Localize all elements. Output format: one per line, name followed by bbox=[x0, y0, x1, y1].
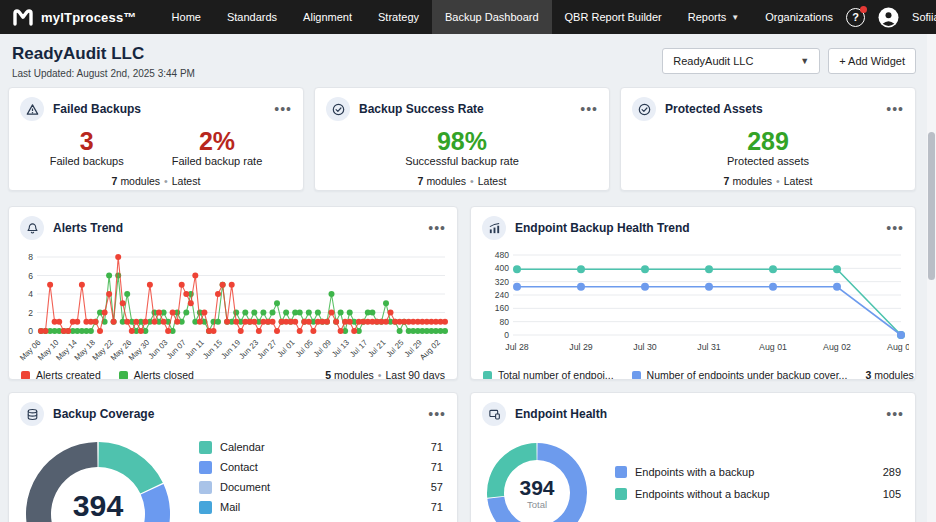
failed-backups-value: 3 bbox=[50, 128, 124, 154]
svg-text:Jun 07: Jun 07 bbox=[165, 338, 188, 361]
brand-m-icon bbox=[12, 8, 34, 26]
failed-backup-rate-value: 2% bbox=[172, 128, 263, 154]
protected-assets-value: 289 bbox=[727, 128, 809, 154]
app-logo[interactable]: myITprocess™ bbox=[12, 8, 137, 26]
chart-trend-icon bbox=[482, 216, 506, 240]
endpoint-backup-health-trend-card: Endpoint Backup Health Trend ••• 0801602… bbox=[470, 206, 916, 380]
legend-endpoints-with-backup[interactable]: Endpoints with a backup 289 bbox=[615, 461, 901, 483]
svg-text:2: 2 bbox=[28, 308, 33, 318]
card-menu-button[interactable]: ••• bbox=[580, 104, 598, 114]
alerts-legend: Alerts created Alerts closed 5 modules•L… bbox=[9, 365, 457, 380]
legend-total-endpoints[interactable]: Total number of endpoi... bbox=[483, 369, 614, 380]
coverage-legend-document[interactable]: Document57 bbox=[199, 477, 443, 497]
svg-text:394: 394 bbox=[519, 476, 554, 499]
notification-dot bbox=[860, 6, 867, 13]
svg-text:Jul 21: Jul 21 bbox=[366, 338, 387, 359]
nav-item-reports[interactable]: Reports▼ bbox=[675, 0, 752, 34]
svg-text:480: 480 bbox=[495, 250, 509, 260]
card-menu-button[interactable]: ••• bbox=[886, 223, 904, 233]
backup-coverage-legend: Calendar71Contact71Document57Mail71 bbox=[199, 437, 443, 522]
svg-text:4: 4 bbox=[28, 289, 33, 299]
nav-item-standards[interactable]: Standards bbox=[214, 0, 290, 34]
card-title: Backup Coverage bbox=[53, 407, 154, 421]
card-title: Protected Assets bbox=[665, 102, 763, 116]
page-header: ReadyAudit LLC Last Updated: August 2nd,… bbox=[0, 34, 936, 79]
svg-text:0: 0 bbox=[28, 326, 33, 336]
failed-backups-label: Failed backups bbox=[50, 155, 124, 167]
page-scrollbar[interactable] bbox=[927, 34, 936, 522]
donut-slice-calendar bbox=[98, 442, 162, 494]
svg-text:80: 80 bbox=[500, 317, 510, 327]
svg-text:Jun 23: Jun 23 bbox=[237, 338, 260, 361]
scrollbar-thumb[interactable] bbox=[928, 132, 935, 280]
nav-item-alignment[interactable]: Alignment bbox=[290, 0, 365, 34]
svg-text:240: 240 bbox=[495, 290, 509, 300]
svg-text:0: 0 bbox=[504, 330, 509, 340]
database-icon bbox=[20, 402, 44, 426]
chevron-down-icon: ▼ bbox=[800, 56, 809, 66]
nav-item-backup-dashboard[interactable]: Backup Dashboard bbox=[432, 0, 552, 34]
svg-text:Aug 03: Aug 03 bbox=[887, 342, 909, 352]
svg-text:Jul 30: Jul 30 bbox=[633, 342, 657, 352]
card-menu-button[interactable]: ••• bbox=[886, 104, 904, 114]
series-alerts-closed bbox=[38, 273, 448, 335]
backup-success-rate-label: Successful backup rate bbox=[405, 155, 519, 167]
coverage-legend-calendar[interactable]: Calendar71 bbox=[199, 437, 443, 457]
svg-text:Jul 13: Jul 13 bbox=[330, 338, 351, 359]
add-widget-button[interactable]: + Add Widget bbox=[828, 48, 916, 74]
bell-icon bbox=[20, 216, 44, 240]
series-number-of-endpoints-under-backup-coverage bbox=[513, 283, 905, 339]
card-menu-button[interactable]: ••• bbox=[886, 409, 904, 419]
svg-text:160: 160 bbox=[495, 303, 509, 313]
legend-alerts-closed[interactable]: Alerts closed bbox=[119, 369, 194, 380]
page-title: ReadyAudit LLC bbox=[12, 44, 195, 64]
user-name[interactable]: Sofiia bbox=[912, 11, 936, 23]
warning-icon bbox=[20, 97, 44, 121]
coverage-legend-mail[interactable]: Mail71 bbox=[199, 497, 443, 517]
help-button[interactable]: ? bbox=[846, 8, 865, 27]
alerts-trend-card: Alerts Trend ••• 02468May 06May 10May 14… bbox=[8, 206, 458, 380]
alerts-trend-chart: 02468May 06May 10May 14May 18May 22May 2… bbox=[15, 247, 451, 361]
organization-select[interactable]: ReadyAudit LLC ▼ bbox=[662, 48, 820, 74]
card-footer: 7 modules•Latest bbox=[621, 175, 915, 187]
check-circle-icon bbox=[632, 97, 656, 121]
svg-text:Jul 25: Jul 25 bbox=[384, 338, 406, 360]
nav-item-home[interactable]: Home bbox=[159, 0, 214, 34]
card-title: Backup Success Rate bbox=[359, 102, 484, 116]
endpoint-health-card: Endpoint Health ••• 394Total Endpoints w… bbox=[470, 392, 916, 522]
svg-text:Jul 09: Jul 09 bbox=[312, 338, 333, 359]
svg-text:Jul 01: Jul 01 bbox=[276, 338, 297, 359]
svg-text:394: 394 bbox=[73, 489, 124, 522]
last-updated-text: Last Updated: August 2nd, 2025 3:44 PM bbox=[12, 68, 195, 79]
card-menu-button[interactable]: ••• bbox=[428, 223, 446, 233]
card-title: Alerts Trend bbox=[53, 221, 123, 235]
nav-item-strategy[interactable]: Strategy bbox=[365, 0, 432, 34]
svg-text:6: 6 bbox=[28, 271, 33, 281]
svg-text:8: 8 bbox=[28, 252, 33, 262]
svg-text:Aug 02: Aug 02 bbox=[418, 338, 442, 361]
check-circle-icon bbox=[326, 97, 350, 121]
card-menu-button[interactable]: ••• bbox=[274, 104, 292, 114]
svg-text:Jun 27: Jun 27 bbox=[256, 338, 279, 361]
devices-icon bbox=[482, 402, 506, 426]
coverage-legend-contact[interactable]: Contact71 bbox=[199, 457, 443, 477]
nav-item-qbr-report-builder[interactable]: QBR Report Builder bbox=[552, 0, 675, 34]
svg-text:Aug 01: Aug 01 bbox=[759, 342, 787, 352]
endpoint-health-legend: Endpoints with a backup 289 Endpoints wi… bbox=[615, 461, 901, 522]
svg-text:Jul 05: Jul 05 bbox=[294, 338, 316, 360]
nav-right: ? Sofiia bbox=[846, 7, 936, 28]
nav-item-organizations[interactable]: Organizations bbox=[752, 0, 846, 34]
organization-select-value: ReadyAudit LLC bbox=[673, 55, 753, 67]
card-title: Endpoint Backup Health Trend bbox=[515, 221, 690, 235]
backup-coverage-card: Backup Coverage ••• 394 Calendar71Contac… bbox=[8, 392, 458, 522]
modules-period-text: 3 modules•Last 7 days bbox=[865, 369, 916, 380]
legend-alerts-created[interactable]: Alerts created bbox=[21, 369, 101, 380]
avatar-icon[interactable] bbox=[878, 7, 899, 28]
protected-assets-label: Protected assets bbox=[727, 155, 809, 167]
card-footer: 7 modules•Latest bbox=[9, 175, 303, 187]
legend-endpoints-under-coverage[interactable]: Number of endpoints under backup cover..… bbox=[632, 369, 848, 380]
legend-endpoints-without-backup[interactable]: Endpoints without a backup 105 bbox=[615, 483, 901, 505]
card-menu-button[interactable]: ••• bbox=[428, 409, 446, 419]
top-nav: myITprocess™ HomeStandardsAlignmentStrat… bbox=[0, 0, 936, 34]
main-menu: HomeStandardsAlignmentStrategyBackup Das… bbox=[159, 0, 847, 34]
